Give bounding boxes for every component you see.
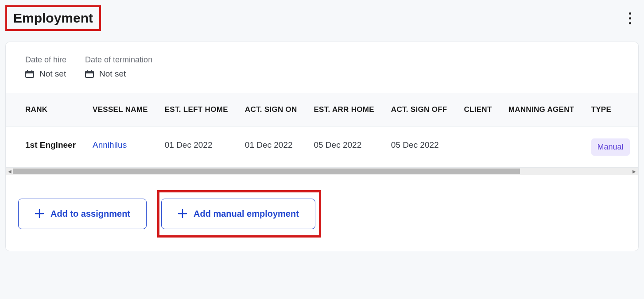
date-of-termination-block: Date of termination Not set <box>85 55 152 79</box>
actions-row: Add to assignment Add manual employment <box>6 175 638 251</box>
more-vertical-icon[interactable] <box>626 9 639 27</box>
employment-table: RANK VESSEL NAME EST. LEFT HOME ACT. SIG… <box>6 93 638 167</box>
cell-est-arr: 05 Dec 2022 <box>306 127 383 167</box>
date-of-hire-block: Date of hire Not set <box>25 55 66 79</box>
cell-rank: 1st Engineer <box>6 127 85 167</box>
cell-est-left: 01 Dec 2022 <box>157 127 237 167</box>
svg-rect-1 <box>26 73 33 77</box>
plus-icon <box>178 209 187 218</box>
add-manual-employment-button[interactable]: Add manual employment <box>161 199 315 229</box>
info-section: Date of hire Not set Date of termination <box>6 42 638 93</box>
employment-table-wrapper: RANK VESSEL NAME EST. LEFT HOME ACT. SIG… <box>6 93 638 167</box>
svg-rect-5 <box>86 73 93 77</box>
highlight-box: Add manual employment <box>157 190 321 238</box>
col-type[interactable]: TYPE <box>583 93 638 127</box>
calendar-icon <box>85 70 94 78</box>
type-badge: Manual <box>591 138 630 156</box>
col-manning[interactable]: MANNING AGENT <box>500 93 583 127</box>
date-of-hire-label: Date of hire <box>25 55 66 65</box>
calendar-icon <box>25 70 34 78</box>
svg-rect-7 <box>91 70 92 72</box>
col-est-arr[interactable]: EST. ARR HOME <box>306 93 383 127</box>
col-act-sign-off[interactable]: ACT. SIGN OFF <box>383 93 456 127</box>
svg-rect-3 <box>31 70 32 72</box>
scrollbar-thumb[interactable] <box>13 169 520 174</box>
vessel-link[interactable]: Annihilus <box>93 140 127 150</box>
col-rank[interactable]: RANK <box>6 93 85 127</box>
add-to-assignment-label: Add to assignment <box>50 209 130 219</box>
table-row[interactable]: 1st Engineer Annihilus 01 Dec 2022 01 De… <box>6 127 638 167</box>
plus-icon <box>35 209 44 218</box>
date-of-termination-label: Date of termination <box>85 55 152 65</box>
scroll-right-icon[interactable]: ▶ <box>631 167 637 175</box>
svg-rect-2 <box>27 70 28 72</box>
cell-client <box>456 127 500 167</box>
add-manual-employment-label: Add manual employment <box>194 209 299 219</box>
scroll-left-icon[interactable]: ◀ <box>7 167 13 175</box>
page-title: Employment <box>5 5 101 31</box>
cell-manning <box>500 127 583 167</box>
col-client[interactable]: CLIENT <box>456 93 500 127</box>
col-vessel[interactable]: VESSEL NAME <box>85 93 157 127</box>
horizontal-scrollbar[interactable]: ◀ ▶ <box>6 167 638 175</box>
date-of-hire-value: Not set <box>39 69 66 79</box>
col-act-sign-on[interactable]: ACT. SIGN ON <box>237 93 306 127</box>
date-of-termination-value: Not set <box>99 69 126 79</box>
employment-card: Date of hire Not set Date of termination <box>5 42 639 251</box>
svg-rect-6 <box>87 70 88 72</box>
add-to-assignment-button[interactable]: Add to assignment <box>18 199 147 229</box>
col-est-left[interactable]: EST. LEFT HOME <box>157 93 237 127</box>
cell-act-sign-on: 01 Dec 2022 <box>237 127 306 167</box>
cell-act-sign-off: 05 Dec 2022 <box>383 127 456 167</box>
